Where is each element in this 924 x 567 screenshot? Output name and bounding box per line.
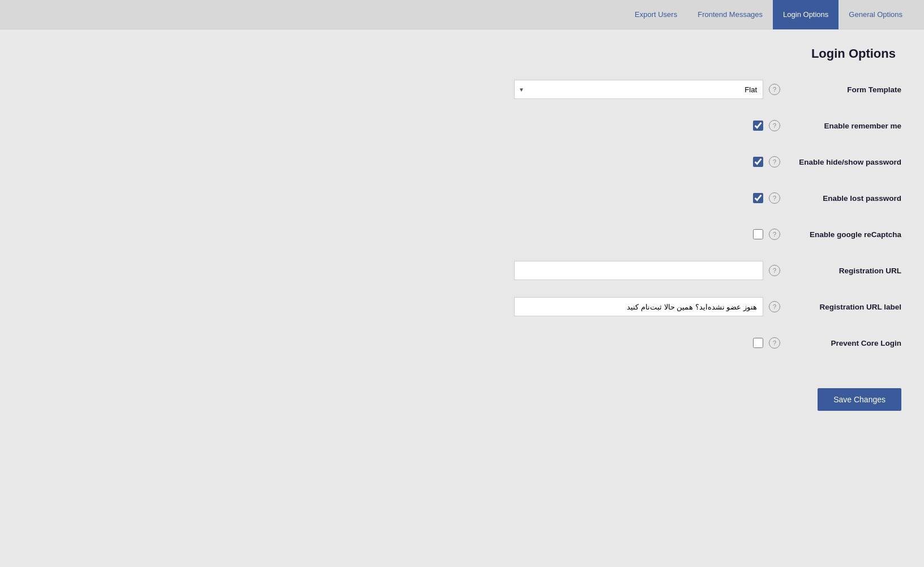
registration-url-input[interactable]: [514, 261, 763, 280]
hide-show-password-checkbox[interactable]: [753, 157, 763, 167]
form-template-help-icon[interactable]: ?: [769, 84, 780, 95]
page-title: Login Options: [23, 46, 901, 61]
registration-url-label: Registration URL: [788, 267, 901, 275]
recaptcha-label: Enable google reCaptcha: [788, 230, 901, 239]
remember-me-control: [753, 121, 763, 131]
hide-show-password-label: Enable hide/show password: [788, 158, 901, 166]
recaptcha-control: [753, 229, 763, 239]
remember-me-row: ? Enable remember me: [23, 114, 901, 137]
lost-password-control: [753, 193, 763, 203]
registration-url-help-icon[interactable]: ?: [769, 265, 780, 276]
save-changes-button[interactable]: Save Changes: [818, 388, 901, 411]
lost-password-help-icon[interactable]: ?: [769, 192, 780, 204]
registration-url-label-label: Registration URL label: [788, 303, 901, 311]
remember-me-label: Enable remember me: [788, 122, 901, 130]
lost-password-label: Enable lost password: [788, 194, 901, 203]
save-area: Save Changes: [23, 388, 901, 411]
prevent-core-login-help-icon[interactable]: ?: [769, 337, 780, 349]
top-nav: Export Users Frontend Messages Login Opt…: [0, 0, 924, 29]
recaptcha-checkbox[interactable]: [753, 229, 763, 239]
registration-url-row: ? Registration URL: [23, 259, 901, 282]
form-template-label: Form Template: [788, 85, 901, 94]
registration-url-label-help-icon[interactable]: ?: [769, 301, 780, 312]
prevent-core-login-checkbox[interactable]: [753, 338, 763, 348]
lost-password-row: ? Enable lost password: [23, 187, 901, 209]
nav-login-options[interactable]: Login Options: [773, 0, 839, 29]
prevent-core-login-control: [753, 338, 763, 348]
hide-show-password-control: [753, 157, 763, 167]
main-content: Login Options Flat Default Round ? Form …: [0, 29, 924, 433]
hide-show-password-help-icon[interactable]: ?: [769, 156, 780, 167]
registration-url-control: [514, 261, 763, 280]
recaptcha-row: ? Enable google reCaptcha: [23, 223, 901, 246]
prevent-core-login-row: ? Prevent Core Login: [23, 332, 901, 354]
settings-form: Flat Default Round ? Form Template ? Ena…: [23, 78, 901, 354]
nav-general-options[interactable]: General Options: [839, 0, 913, 29]
form-template-select-wrapper: Flat Default Round: [514, 80, 763, 99]
remember-me-help-icon[interactable]: ?: [769, 120, 780, 131]
form-template-select[interactable]: Flat Default Round: [514, 80, 763, 99]
lost-password-checkbox[interactable]: [753, 193, 763, 203]
registration-url-label-input[interactable]: [514, 297, 763, 316]
remember-me-checkbox[interactable]: [753, 121, 763, 131]
nav-frontend-messages[interactable]: Frontend Messages: [687, 0, 773, 29]
registration-url-label-control: [514, 297, 763, 316]
nav-export-users[interactable]: Export Users: [624, 0, 687, 29]
prevent-core-login-label: Prevent Core Login: [788, 339, 901, 347]
registration-url-label-row: ? Registration URL label: [23, 295, 901, 318]
form-template-control: Flat Default Round: [514, 80, 763, 99]
hide-show-password-row: ? Enable hide/show password: [23, 151, 901, 173]
recaptcha-help-icon[interactable]: ?: [769, 229, 780, 240]
form-template-row: Flat Default Round ? Form Template: [23, 78, 901, 101]
